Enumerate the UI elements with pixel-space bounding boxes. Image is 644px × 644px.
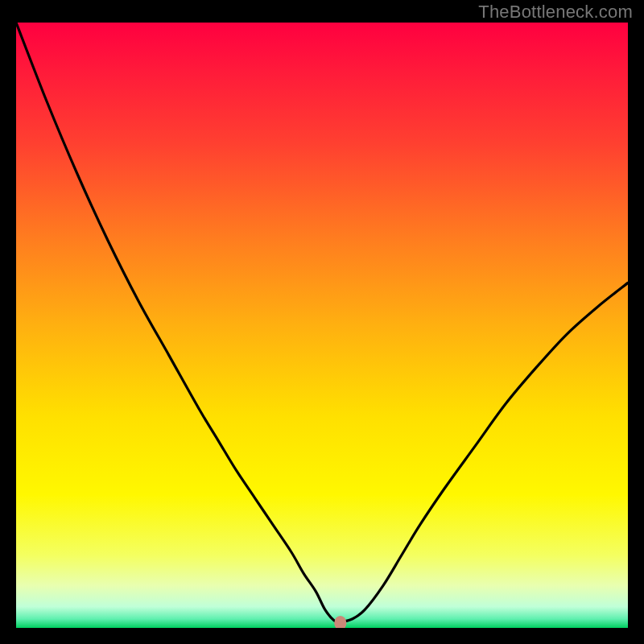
chart-plot-area: [16, 23, 628, 628]
watermark-text: TheBottleneck.com: [478, 2, 633, 23]
chart-svg: [16, 23, 628, 628]
chart-container: TheBottleneck.com: [0, 0, 644, 644]
gradient-background: [16, 23, 628, 628]
